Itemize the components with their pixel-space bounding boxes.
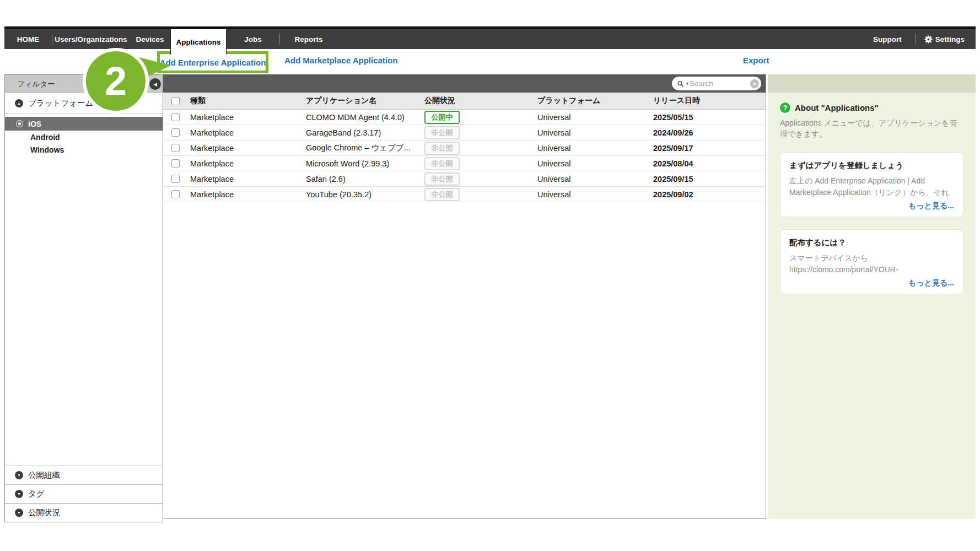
cell-release-date: 2025/08/04 — [650, 159, 766, 168]
search-clear-icon[interactable]: × — [750, 79, 759, 88]
chevron-down-icon: ▼ — [15, 509, 23, 517]
search-box[interactable]: ▾ × — [672, 77, 761, 90]
filter-section-platform[interactable]: ▲ プラットフォーム — [5, 93, 163, 114]
cell-type: Marketplace — [187, 190, 303, 199]
cell-app-name: GarageBand (2.3.17) — [303, 128, 422, 137]
status-badge: 公開中 — [424, 111, 460, 124]
status-badge: 非公開 — [424, 126, 460, 139]
add-marketplace-application-link[interactable]: Add Marketplace Application — [284, 56, 397, 65]
nav-tab-applications[interactable]: Applications — [170, 29, 227, 55]
cell-type: Marketplace — [187, 175, 303, 183]
search-icon — [677, 80, 685, 88]
table-toolbar: ▾ × — [163, 74, 766, 93]
row-checkbox[interactable] — [171, 128, 180, 137]
cell-app-name: Microsoft Word (2.99.3) — [303, 159, 422, 168]
help-card-body: スマートデバイスから https://clomo.com/portal/YOUR… — [789, 252, 954, 276]
nav-item-users-organizations-label: Users/Organizations — [55, 35, 127, 44]
table-row[interactable]: Marketplace CLOMO MDM Agent (4.4.0) 公開中 … — [163, 110, 766, 125]
table-row[interactable]: Marketplace GarageBand (2.3.17) 非公開 Univ… — [163, 125, 766, 141]
export-link[interactable]: Export — [743, 56, 769, 65]
cell-type: Marketplace — [187, 144, 303, 153]
settings-label: Settings — [935, 35, 965, 44]
add-enterprise-application-link[interactable]: Add Enterprise Application — [160, 58, 266, 67]
cell-release-date: 2025/05/15 — [650, 113, 766, 122]
row-checkbox[interactable] — [171, 190, 180, 198]
cell-release-date: 2025/09/15 — [650, 175, 766, 183]
sidebar-item-ios-label: iOS — [28, 120, 41, 128]
cell-release-date: 2025/09/02 — [650, 190, 766, 199]
cell-release-date: 2025/09/17 — [650, 144, 766, 153]
help-panel-header-band — [768, 74, 976, 93]
sidebar-collapse-button[interactable]: ◀ — [149, 78, 161, 90]
cell-app-name: CLOMO MDM Agent (4.4.0) — [303, 113, 422, 122]
filter-header: フィルター ◀ — [5, 75, 163, 93]
applications-table-panel: ▾ × 種類 アプリケーション名 公開状況 プラットフォーム リリース日時 Ma… — [163, 74, 766, 519]
help-panel: ? About "Applications" Applications メニュー… — [768, 74, 976, 519]
about-title: About "Applications" — [795, 103, 879, 112]
nav-item-devices[interactable]: Devices — [130, 29, 170, 49]
nav-item-reports[interactable]: Reports — [280, 29, 337, 49]
cell-platform: Universal — [535, 113, 650, 122]
column-header-type: 種類 — [187, 96, 303, 106]
filter-section-tags-label: タグ — [28, 489, 45, 499]
sidebar-spacer — [5, 156, 163, 466]
filter-section-publish-status-label: 公開状況 — [28, 507, 60, 518]
table-row[interactable]: Marketplace YouTube (20.35.2) 非公開 Univer… — [163, 187, 766, 202]
filter-section-platform-label: プラットフォーム — [28, 98, 93, 109]
help-card-body: 左上の Add Enterprise Application | Add Mar… — [789, 175, 954, 198]
nav-item-jobs[interactable]: Jobs — [227, 29, 279, 49]
table-row[interactable]: Marketplace Google Chrome – ウェブブ... 非公開 … — [163, 141, 766, 156]
cell-app-name: YouTube (20.35.2) — [303, 190, 422, 199]
cell-release-date: 2024/09/26 — [650, 128, 766, 137]
help-card-distribute: 配布するには？ スマートデバイスから https://clomo.com/por… — [780, 229, 963, 294]
select-all-checkbox[interactable] — [171, 97, 180, 105]
nav-item-home[interactable]: HOME — [4, 29, 52, 49]
row-checkbox[interactable] — [171, 159, 180, 168]
see-more-link[interactable]: もっと見る... — [908, 278, 954, 287]
sidebar-item-windows[interactable]: Windows — [5, 143, 163, 156]
filter-section-publish-org[interactable]: ▼ 公開組織 — [5, 466, 163, 484]
gear-icon — [924, 35, 933, 44]
status-badge: 非公開 — [424, 172, 460, 186]
search-input[interactable] — [690, 79, 749, 88]
filter-section-tags[interactable]: ▼ タグ — [5, 484, 163, 503]
row-checkbox[interactable] — [171, 175, 180, 183]
support-button[interactable]: Support — [860, 29, 915, 49]
cell-app-name: Safari (2.6) — [303, 175, 422, 183]
nav-item-jobs-label: Jobs — [244, 35, 262, 44]
help-question-icon: ? — [780, 102, 790, 113]
column-header-publish-status: 公開状況 — [422, 96, 535, 106]
filter-section-publish-status[interactable]: ▼ 公開状況 — [5, 503, 163, 522]
search-scope-caret-icon[interactable]: ▾ — [686, 81, 688, 86]
cell-type: Marketplace — [187, 113, 303, 122]
row-checkbox[interactable] — [171, 144, 180, 152]
help-card-title: まずはアプリを登録しましょう — [789, 160, 954, 171]
sidebar-item-android[interactable]: Android — [5, 131, 163, 143]
chevron-down-icon: ▼ — [15, 490, 23, 498]
selected-radio-icon — [16, 120, 23, 127]
sidebar-item-ios[interactable]: iOS — [5, 117, 163, 131]
cell-type: Marketplace — [187, 159, 303, 168]
column-header-platform: プラットフォーム — [535, 96, 650, 106]
filter-title: フィルター — [17, 79, 55, 89]
chevron-down-icon: ▼ — [15, 471, 23, 479]
nav-item-users-organizations[interactable]: Users/Organizations — [52, 29, 130, 49]
table-row[interactable]: Marketplace Safari (2.6) 非公開 Universal 2… — [163, 171, 766, 187]
nav-item-devices-label: Devices — [136, 35, 164, 44]
about-description: Applications メニューでは、アプリケーションを管理できます。 — [780, 117, 963, 140]
status-badge: 非公開 — [424, 142, 460, 155]
column-header-app-name: アプリケーション名 — [303, 96, 422, 106]
cell-platform: Universal — [535, 144, 650, 153]
status-badge: 非公開 — [424, 157, 460, 170]
cell-type: Marketplace — [187, 128, 303, 137]
chevron-up-icon: ▲ — [15, 99, 23, 107]
see-more-link[interactable]: もっと見る... — [908, 201, 954, 210]
row-checkbox[interactable] — [171, 113, 180, 121]
help-card-register-app: まずはアプリを登録しましょう 左上の Add Enterprise Applic… — [780, 152, 963, 217]
nav-item-reports-label: Reports — [294, 35, 322, 44]
filter-sidebar: フィルター ◀ ▲ プラットフォーム iOS Android Windows ▼… — [4, 74, 163, 522]
sidebar-item-android-label: Android — [30, 133, 60, 142]
table-row[interactable]: Marketplace Microsoft Word (2.99.3) 非公開 … — [163, 156, 766, 171]
top-navbar: HOME Users/Organizations Devices Applica… — [4, 26, 976, 49]
settings-button[interactable]: Settings — [916, 29, 976, 49]
